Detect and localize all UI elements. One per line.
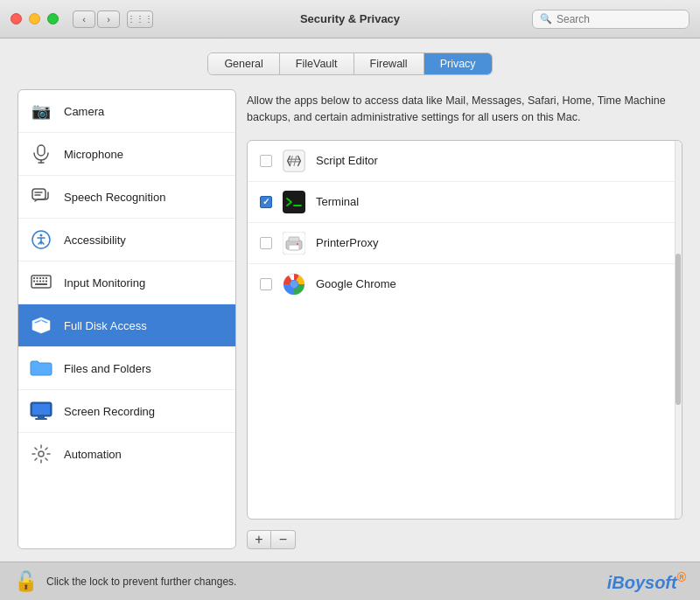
lock-icon[interactable]: 🔓 xyxy=(14,570,38,593)
tabs-bar: General FileVault Firewall Privacy xyxy=(207,52,492,75)
sidebar-item-files-folders[interactable]: Files and Folders xyxy=(18,347,235,390)
title-bar: ‹ › ⋮⋮⋮ Security & Privacy 🔍 xyxy=(0,0,700,38)
app-item-terminal: Terminal xyxy=(248,182,682,223)
nav-buttons: ‹ › xyxy=(73,10,120,28)
input-monitoring-icon xyxy=(29,270,53,295)
tab-firewall[interactable]: Firewall xyxy=(354,53,424,74)
svg-rect-14 xyxy=(33,281,35,283)
forward-button[interactable]: › xyxy=(97,10,120,28)
grid-button[interactable]: ⋮⋮⋮ xyxy=(127,10,153,28)
content-area: 📷 Camera Microphone xyxy=(18,89,682,549)
printer-proxy-name: PrinterProxy xyxy=(316,236,379,249)
printer-proxy-checkbox[interactable] xyxy=(260,237,272,249)
back-button[interactable]: ‹ xyxy=(73,10,95,28)
svg-rect-21 xyxy=(32,404,50,415)
description-text: Allow the apps below to access data like… xyxy=(247,89,682,129)
sidebar-item-full-disk-access-label: Full Disk Access xyxy=(64,319,147,332)
remove-app-button[interactable]: − xyxy=(271,530,296,549)
sidebar: 📷 Camera Microphone xyxy=(18,89,236,549)
window-title: Security & Privacy xyxy=(300,12,400,25)
sidebar-item-microphone-label: Microphone xyxy=(64,148,123,161)
search-input[interactable] xyxy=(556,13,682,25)
svg-rect-22 xyxy=(38,416,45,418)
traffic-lights xyxy=(10,13,59,24)
sidebar-item-microphone[interactable]: Microphone xyxy=(18,133,235,176)
app-item-google-chrome: Google Chrome xyxy=(248,264,682,304)
bottom-bar: 🔓 Click the lock to prevent further chan… xyxy=(0,562,700,600)
lock-text: Click the lock to prevent further change… xyxy=(46,576,236,588)
search-box[interactable]: 🔍 xyxy=(532,10,690,29)
svg-rect-13 xyxy=(46,277,47,279)
search-icon: 🔍 xyxy=(540,13,552,24)
google-chrome-checkbox[interactable] xyxy=(260,278,272,290)
sidebar-item-files-folders-label: Files and Folders xyxy=(64,362,151,375)
svg-rect-11 xyxy=(39,277,41,279)
sidebar-item-automation-label: Automation xyxy=(64,448,122,461)
sidebar-item-input-monitoring-label: Input Monitoring xyxy=(64,276,145,290)
google-chrome-name: Google Chrome xyxy=(316,277,396,290)
sidebar-item-camera-label: Camera xyxy=(64,105,104,118)
svg-rect-26 xyxy=(283,191,305,213)
sidebar-item-full-disk-access[interactable]: Full Disk Access xyxy=(18,304,235,347)
svg-rect-12 xyxy=(43,277,45,279)
iboy-logo: iBoysoft® xyxy=(607,570,686,593)
tab-filevault[interactable]: FileVault xyxy=(280,53,354,74)
svg-rect-9 xyxy=(33,277,35,279)
svg-rect-18 xyxy=(46,281,47,283)
svg-rect-16 xyxy=(39,281,41,283)
list-controls: + − xyxy=(247,530,682,549)
apps-list-container: Script Editor Terminal xyxy=(247,140,682,520)
sidebar-item-screen-recording[interactable]: Screen Recording xyxy=(18,390,235,433)
svg-rect-30 xyxy=(289,237,299,241)
tab-privacy[interactable]: Privacy xyxy=(424,53,492,74)
accessibility-icon xyxy=(29,227,53,252)
sidebar-item-input-monitoring[interactable]: Input Monitoring xyxy=(18,262,235,304)
microphone-icon xyxy=(29,142,53,166)
svg-rect-17 xyxy=(43,281,45,283)
app-item-printer-proxy: PrinterProxy xyxy=(248,223,682,264)
sidebar-item-screen-recording-label: Screen Recording xyxy=(64,405,155,418)
sidebar-item-camera[interactable]: 📷 Camera xyxy=(18,90,235,133)
automation-icon xyxy=(29,442,53,466)
svg-point-24 xyxy=(38,451,44,457)
svg-point-7 xyxy=(40,234,43,237)
terminal-icon xyxy=(283,191,305,213)
scroll-indicator xyxy=(675,141,682,520)
minimize-button[interactable] xyxy=(29,13,40,24)
svg-rect-25 xyxy=(284,150,304,171)
screen-recording-icon xyxy=(29,399,53,423)
sidebar-item-speech-label: Speech Recognition xyxy=(64,191,165,204)
script-editor-name: Script Editor xyxy=(316,154,378,167)
sidebar-item-accessibility-label: Accessibility xyxy=(64,234,126,247)
google-chrome-icon xyxy=(283,273,305,296)
add-app-button[interactable]: + xyxy=(247,530,271,549)
apps-list: Script Editor Terminal xyxy=(248,141,682,520)
script-editor-icon xyxy=(283,150,305,172)
right-panel: Allow the apps below to access data like… xyxy=(247,89,682,549)
script-editor-checkbox[interactable] xyxy=(260,155,272,167)
terminal-name: Terminal xyxy=(316,195,359,208)
svg-rect-0 xyxy=(38,145,45,156)
sidebar-item-automation[interactable]: Automation xyxy=(18,433,235,475)
svg-rect-15 xyxy=(37,281,38,283)
files-folders-icon xyxy=(29,356,53,380)
scroll-thumb xyxy=(676,254,681,405)
maximize-button[interactable] xyxy=(47,13,59,24)
app-item-script-editor: Script Editor xyxy=(248,141,682,182)
tab-general[interactable]: General xyxy=(208,53,279,74)
speech-icon xyxy=(29,185,53,209)
close-button[interactable] xyxy=(10,13,22,24)
svg-point-32 xyxy=(297,243,298,245)
svg-rect-23 xyxy=(35,418,47,420)
full-disk-access-icon xyxy=(29,313,53,338)
terminal-checkbox[interactable] xyxy=(260,196,272,208)
main-content: General FileVault Firewall Privacy 📷 Cam… xyxy=(0,38,700,562)
svg-rect-19 xyxy=(35,283,47,285)
sidebar-item-speech[interactable]: Speech Recognition xyxy=(18,176,235,219)
svg-rect-31 xyxy=(289,245,299,250)
sidebar-item-accessibility[interactable]: Accessibility xyxy=(18,219,235,262)
svg-point-37 xyxy=(291,281,298,287)
svg-rect-10 xyxy=(37,277,38,279)
svg-rect-3 xyxy=(32,189,46,199)
camera-icon: 📷 xyxy=(29,99,53,123)
